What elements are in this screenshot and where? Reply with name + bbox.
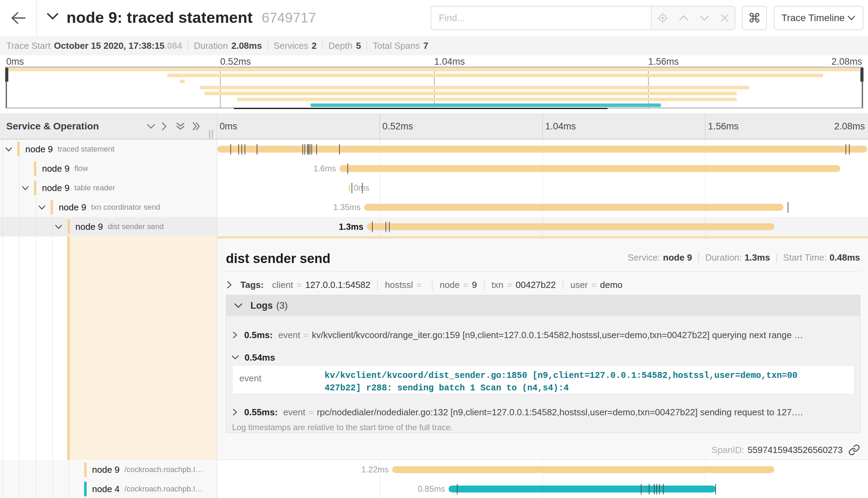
back-button[interactable] <box>0 0 37 36</box>
span-timeline-cell[interactable]: 1.35ms <box>217 198 868 217</box>
span-name-column[interactable]: node 9flow <box>0 159 217 178</box>
log-marker-tick <box>241 144 242 155</box>
minimap-left-scrubber-handle[interactable] <box>5 68 8 82</box>
span-children-chevron-down-icon[interactable] <box>5 147 12 153</box>
indent-guide <box>19 479 19 498</box>
log-entry[interactable]: 0.55ms: event = rpc/nodedialer/nodediale… <box>232 405 854 419</box>
span-name-column[interactable]: node 9txn coordinator send <box>0 198 217 217</box>
span-timeline-cell[interactable]: 0.85ms <box>217 479 868 498</box>
prev-result-chevron-up-icon[interactable] <box>679 13 689 23</box>
selector-chevron-down-icon <box>847 15 856 21</box>
span-detail-row: dist sender send Service:node 9Duration:… <box>0 236 868 460</box>
span-timeline-cell[interactable]: 1.22ms <box>217 460 868 479</box>
span-children-chevron-down-icon[interactable] <box>38 205 46 211</box>
find-input[interactable] <box>431 7 651 29</box>
collapse-trace-chevron-down-icon[interactable] <box>46 11 60 22</box>
column-resizer-grip[interactable] <box>209 130 214 138</box>
span-name-column[interactable]: node 9traced statement <box>0 139 217 159</box>
keyboard-shortcuts-button[interactable]: ⌘ <box>742 6 767 30</box>
expand-one-chevron-right-icon[interactable] <box>159 122 169 132</box>
span-children-chevron-down-icon[interactable] <box>55 225 62 231</box>
tag-item[interactable]: client=127.0.0.1:54582 <box>272 280 370 290</box>
tag-separator <box>432 280 433 290</box>
log-marker-tick <box>316 144 317 155</box>
detail-meta-label: Service: <box>628 252 660 263</box>
locate-icon[interactable] <box>657 12 668 24</box>
tag-item[interactable]: node=9 <box>440 280 477 290</box>
log-entry[interactable]: 0.5ms: event = kv/kvclient/kvcoord/range… <box>232 328 854 342</box>
span-row: node 9dist sender send1.3ms <box>0 217 868 236</box>
tag-item[interactable]: hostssl= <box>385 280 425 290</box>
log-marker-tick <box>310 144 311 155</box>
span-service-name[interactable]: node 9table reader <box>42 178 115 198</box>
log-marker-tick <box>849 144 850 155</box>
span-service-name[interactable]: node 9traced statement <box>25 139 114 159</box>
span-service-name[interactable]: node 9/cockroach.roachpb.I… <box>92 460 203 479</box>
span-timeline-cell[interactable]: 1.6ms <box>217 159 868 178</box>
indent-guide <box>19 178 19 198</box>
next-result-chevron-down-icon[interactable] <box>699 13 710 23</box>
span-name-column[interactable]: node 9dist sender send <box>0 217 217 236</box>
find-controls <box>651 7 735 29</box>
span-service-name[interactable]: node 9flow <box>42 159 88 178</box>
clear-find-close-icon[interactable] <box>720 13 729 23</box>
tag-item[interactable]: user=demo <box>570 280 622 290</box>
expand-all-double-chevron-right-icon[interactable] <box>191 122 202 132</box>
info-item: Depth5 <box>328 40 361 51</box>
trace-view-selector[interactable]: Trace Timeline <box>774 6 863 30</box>
minimap-tick-label: 1.04ms <box>434 56 465 67</box>
span-timeline-cell[interactable] <box>217 139 868 159</box>
log-chevron-right-icon <box>232 408 238 416</box>
collapse-one-chevron-down-icon[interactable] <box>146 122 156 132</box>
minimap-right-scrubber-handle[interactable] <box>860 68 863 82</box>
span-name-column[interactable]: node 4/cockroach.roachpb.I… <box>0 479 217 498</box>
span-duration-bar[interactable] <box>392 466 774 473</box>
indent-guide <box>2 479 3 498</box>
log-marker-tick <box>649 484 650 495</box>
minimap-canvas[interactable] <box>6 67 863 108</box>
find-box <box>431 6 735 30</box>
span-name-column[interactable]: node 9/cockroach.roachpb.I… <box>0 460 217 479</box>
span-children-chevron-down-icon <box>21 186 29 191</box>
span-duration-bar[interactable] <box>339 165 840 172</box>
collapse-all-double-chevron-down-icon[interactable] <box>175 122 186 132</box>
detail-span-tint-block[interactable] <box>70 236 217 460</box>
log-marker-tick <box>347 163 348 174</box>
deep-link-icon[interactable] <box>848 444 860 456</box>
span-timeline-cell[interactable]: 1.3ms <box>217 217 868 236</box>
span-row: node 9flow1.6ms <box>0 159 868 178</box>
span-children-chevron-down-icon[interactable] <box>21 186 29 192</box>
tag-equals: = <box>591 280 596 290</box>
page-title: node 9: traced statement 6749717 <box>67 0 316 35</box>
detail-meta-separator <box>698 253 699 262</box>
span-duration-bar[interactable] <box>449 486 716 492</box>
span-duration-bar[interactable] <box>349 184 350 191</box>
span-service-name[interactable]: node 4/cockroach.roachpb.I… <box>92 479 203 498</box>
tags-label[interactable]: Tags: <box>240 280 264 290</box>
span-duration-bar[interactable] <box>217 146 867 153</box>
tags-chevron-right-icon[interactable] <box>226 280 233 289</box>
ruler-label: 2.08ms <box>834 114 865 139</box>
span-service-name[interactable]: node 9dist sender send <box>76 217 164 236</box>
detail-meta-label: Duration: <box>705 252 742 263</box>
span-row: node 9table reader0ms <box>0 178 868 198</box>
indent-guide <box>52 236 53 460</box>
span-service-name[interactable]: node 9txn coordinator send <box>59 198 160 217</box>
timeline-header: Service & Operation 0ms0.52ms1.04ms1.56m… <box>0 114 868 139</box>
span-duration-bar[interactable] <box>364 204 783 211</box>
info-value: 7 <box>423 40 428 51</box>
span-children-chevron-down-icon <box>55 225 62 229</box>
span-duration-label: 0.85ms <box>418 479 445 498</box>
log-marker-tick <box>845 144 847 155</box>
info-item: Duration2.08ms <box>194 40 262 51</box>
logs-header[interactable]: Logs (3) <box>226 295 860 316</box>
span-duration-bar[interactable] <box>367 223 774 230</box>
span-timeline-cell[interactable]: 0ms <box>217 178 868 198</box>
tag-item[interactable]: txn=00427b22 <box>491 280 556 290</box>
log-entry-expanded-header[interactable]: 0.54ms <box>232 351 854 364</box>
ruler-label: 0ms <box>220 114 237 139</box>
logs-label: Logs <box>250 300 273 311</box>
span-name-column[interactable]: node 9table reader <box>0 178 217 198</box>
span-operation-name: /cockroach.roachpb.I… <box>124 485 203 494</box>
column-divider[interactable] <box>217 114 217 498</box>
